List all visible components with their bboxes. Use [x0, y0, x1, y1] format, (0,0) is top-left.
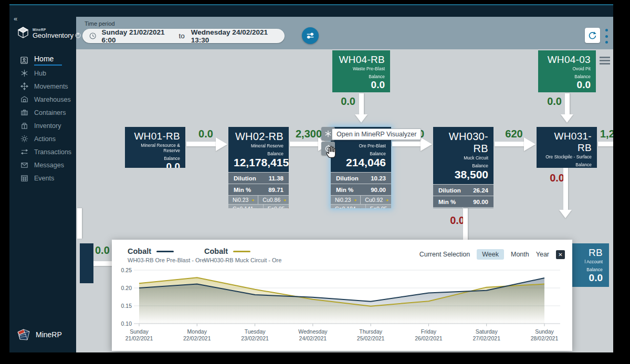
metal-row: Co0.184▲ Fe0.05● — [331, 204, 391, 208]
svg-text:23/02/2021: 23/02/2021 — [241, 335, 269, 341]
app-logo: MineRP GeoInventory — [17, 26, 81, 41]
legend-series-2: Cobalt WH030-RB Muck Circuit - Ore — [204, 247, 281, 263]
svg-text:28/02/2021: 28/02/2021 — [531, 335, 559, 341]
card-wh030-rb[interactable]: WH030-RB Muck Circuit Balance 38,500 Dil… — [433, 127, 494, 208]
more-menu-button[interactable] — [604, 29, 608, 44]
card-partial-left[interactable] — [80, 243, 93, 283]
balance-label: Balance — [130, 156, 180, 161]
card-wh04-03[interactable]: WH04-03 Ovoid Pit Balance 0.0 — [538, 50, 596, 92]
envelope-icon — [20, 161, 28, 169]
card-title: WH04-03 — [543, 54, 591, 66]
svg-text:Sunday: Sunday — [130, 328, 149, 335]
flow-arrowhead — [216, 137, 227, 151]
card-subtitle: Ore Pre-Blast — [336, 143, 386, 148]
sidebar-item-home[interactable]: Home — [9, 53, 76, 67]
card-wh04-rb[interactable]: WH04-RB Waste Pre-Blast Balance 0.0 — [332, 50, 390, 92]
sidebar-item-hub[interactable]: Hub — [9, 67, 76, 80]
card-subtitle: Mineral Reserve — [234, 143, 284, 148]
clock-icon — [89, 32, 96, 40]
svg-text:22/02/2021: 22/02/2021 — [183, 335, 211, 341]
flow-arrow-right — [93, 261, 113, 266]
flow-arrowhead — [421, 137, 432, 151]
sidebar-item-label: Actions — [34, 135, 56, 143]
sidebar-item-label: Movements — [34, 83, 68, 90]
top-strip — [76, 5, 613, 17]
refresh-button[interactable] — [585, 28, 600, 43]
current-selection-label: Current Selection — [419, 251, 470, 258]
card-menu-button[interactable] — [600, 57, 610, 65]
warehouse-icon — [20, 95, 28, 104]
cube-logo-icon — [17, 26, 29, 41]
card-wh031-rb[interactable]: WH031-RB Ore Stockpile - Surface Balance… — [537, 127, 597, 168]
card-title: WH01-RB — [130, 131, 180, 142]
balance-label: Balance — [543, 74, 591, 79]
balance-value: 0.0 — [338, 79, 385, 91]
range-option-month[interactable]: Month — [511, 251, 529, 258]
sidebar-item-inventory[interactable]: Inventory — [9, 119, 76, 132]
close-icon[interactable]: ✕ — [556, 250, 565, 259]
time-start: Sunday 21/02/2021 6:00 — [101, 28, 172, 44]
range-option-week[interactable]: Week — [477, 249, 504, 260]
sidebar-item-events[interactable]: Events — [9, 172, 76, 185]
transactions-icon — [20, 148, 28, 156]
legend-name: Cobalt — [204, 247, 228, 255]
app-window: « MineRP GeoInventory — [9, 4, 613, 352]
hub-icon — [20, 69, 28, 78]
balance-label: Balance — [338, 74, 385, 79]
snowflake-icon — [324, 130, 332, 137]
flow-canvas: WH04-RB Waste Pre-Blast Balance 0.0 WH04… — [76, 49, 613, 352]
flow-arrow-down — [359, 93, 364, 114]
legend-label: WH030-RB Muck Circuit - Ore — [204, 257, 281, 263]
sidebar-item-transactions[interactable]: Transactions — [9, 145, 76, 158]
svg-text:27/02/2021: 27/02/2021 — [472, 335, 500, 341]
svg-text:Sunday: Sunday — [535, 328, 554, 335]
svg-text:Wednesday: Wednesday — [298, 328, 328, 335]
svg-text:Monday: Monday — [187, 328, 207, 335]
chart-panel: Cobalt WH03-RB Ore Pre-Blast - Ore Cobal… — [112, 240, 572, 351]
sidebar-item-label: Containers — [34, 109, 66, 116]
balance-label: Balance — [542, 162, 592, 167]
flow-arrow-down — [463, 208, 468, 241]
time-period-input[interactable]: Sunday 21/02/2021 6:00 to Wednesday 24/0… — [82, 29, 285, 43]
flow-arrow-down — [565, 93, 570, 114]
svg-text:0.15: 0.15 — [121, 303, 132, 309]
sidebar-item-messages[interactable]: Messages — [9, 158, 76, 172]
balance-label: Balance — [234, 151, 284, 156]
balance-label: Balance — [438, 163, 488, 168]
minerp-footer-logo: MineRP — [16, 327, 62, 342]
sidebar-item-actions[interactable]: Actions — [9, 132, 76, 145]
flow-value: 0.0 — [332, 95, 355, 108]
home-icon — [20, 56, 28, 65]
flow-value: 0.0 — [443, 215, 465, 227]
flow-value: 1,20 — [600, 128, 613, 140]
metal-row: Ni0.23● Cu0.86● — [228, 195, 289, 204]
balance-label: Balance — [336, 151, 386, 156]
legend-label: WH03-RB Ore Pre-Blast - Ore — [128, 257, 205, 263]
container-icon — [20, 109, 28, 117]
svg-text:Friday: Friday — [421, 328, 437, 335]
flow-arrowhead — [524, 137, 536, 151]
sidebar-item-label: Hub — [34, 70, 46, 77]
cobalt-chart: 0.250.200.150.10Sunday21/02/2021Monday22… — [119, 267, 563, 348]
flow-arrow-right — [290, 142, 318, 146]
metal-row: Co0.141▲ Fe0.05▼ — [228, 204, 289, 208]
sidebar-item-movements[interactable]: Movements — [9, 80, 76, 93]
gear-icon — [20, 135, 28, 143]
card-wh02-rb[interactable]: WH02-RB Mineral Reserve Balance 12,178,4… — [228, 127, 289, 208]
sidebar-item-containers[interactable]: Containers — [9, 106, 76, 119]
card-wh01-rb[interactable]: WH01-RB Mineral Resource & Reserve Balan… — [125, 127, 185, 168]
flow-arrowhead — [559, 210, 572, 218]
time-to: to — [179, 32, 185, 40]
refresh-icon — [588, 31, 597, 40]
range-option-year[interactable]: Year — [536, 251, 549, 258]
calendar-icon — [20, 174, 28, 183]
svg-text:21/02/2021: 21/02/2021 — [125, 335, 153, 341]
flow-value: 0.0 — [539, 95, 562, 108]
filter-button[interactable] — [302, 27, 319, 44]
svg-text:26/02/2021: 26/02/2021 — [415, 335, 443, 341]
flow-arrowhead — [561, 114, 573, 123]
minerp-cube-icon — [16, 327, 32, 342]
sidebar: « MineRP GeoInventory — [9, 5, 76, 352]
sidebar-item-warehouses[interactable]: Warehouses — [9, 93, 76, 106]
sidebar-collapse-button[interactable]: « — [14, 15, 17, 23]
